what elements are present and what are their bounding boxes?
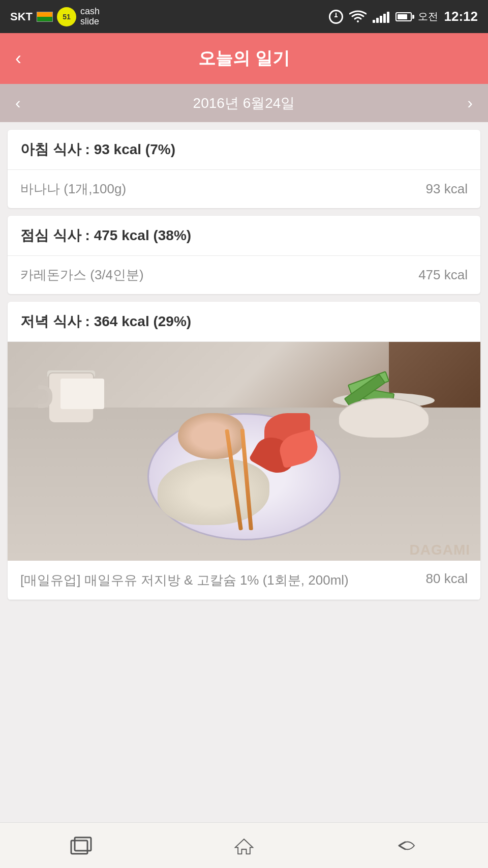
plate-meat [178,413,244,459]
bowl-base [338,398,430,439]
vegetable-bowl [333,357,435,439]
lunch-item-curry[interactable]: 카레돈가스 (3/4인분) 475 kcal [8,256,480,294]
dinner-item-milk[interactable]: [매일유업] 매일우유 저지방 & 고칼슘 1% (1회분, 200ml) 80… [8,561,480,600]
page-title: 오늘의 일기 [198,47,289,70]
dinner-header: 저녁 식사 : 364 kcal (29%) [8,302,480,342]
battery-icon [395,12,412,21]
ampm-label: 오전 [418,10,438,23]
app-name-label: cashslide [80,7,100,27]
lunch-card: 점심 식사 : 475 kcal (38%) 카레돈가스 (3/4인분) 475… [8,216,480,294]
home-button[interactable] [231,835,257,856]
date-navigation: ‹ 2016년 6월24일 › [0,84,488,122]
mug-body [48,372,94,423]
mug [38,372,104,433]
app-number-icon: 51 [57,7,76,26]
svg-rect-0 [71,841,87,854]
content-area: 아침 식사 : 93 kcal (7%) 바나나 (1개,100g) 93 kc… [0,122,488,666]
lunch-item-kcal: 475 kcal [418,267,468,283]
back-nav-button[interactable] [394,835,419,856]
recent-apps-button[interactable] [69,835,94,856]
food-scene: DAGAMI [8,342,480,561]
lunch-header: 점심 식사 : 475 kcal (38%) [8,216,480,256]
breakfast-header: 아침 식사 : 93 kcal (7%) [8,130,480,170]
status-right: 오전 12:12 [329,9,478,24]
header: ‹ 오늘의 일기 [0,33,488,84]
wifi-icon [349,10,367,23]
next-date-button[interactable]: › [467,94,473,112]
current-date-label: 2016년 6월24일 [193,94,295,113]
breakfast-item-name: 바나나 (1개,100g) [20,180,126,198]
watermark-label: DAGAMI [409,542,470,558]
breakfast-item-banana[interactable]: 바나나 (1개,100g) 93 kcal [8,170,480,208]
signal-icon [373,11,389,23]
svg-rect-1 [75,837,91,851]
plate-rice [158,459,269,525]
breakfast-card: 아침 식사 : 93 kcal (7%) 바나나 (1개,100g) 93 kc… [8,130,480,208]
status-left: SKT 51 cashslide [10,7,100,27]
flag-icon [37,12,53,22]
home-icon [231,835,257,856]
tabs-icon [69,835,94,856]
time-label: 12:12 [444,9,478,24]
bottom-navigation [0,822,488,868]
carrier-label: SKT [10,10,33,23]
back-button[interactable]: ‹ [15,48,21,69]
mug-liquid [60,379,104,409]
back-icon [394,835,419,856]
dinner-item-name: [매일유업] 매일우유 저지방 & 고칼슘 1% (1회분, 200ml) [20,571,349,589]
lunch-item-name: 카레돈가스 (3/4인분) [20,266,144,284]
plate-tomato [254,413,325,484]
main-plate [147,398,341,540]
prev-date-button[interactable]: ‹ [15,94,21,112]
dinner-item-kcal: 80 kcal [426,571,468,587]
dinner-card: 저녁 식사 : 364 kcal (29%) [8,302,480,600]
breakfast-item-kcal: 93 kcal [426,181,468,197]
dinner-photo: DAGAMI [8,342,480,561]
clock-icon [329,10,343,24]
status-bar: SKT 51 cashslide 오전 12:12 [0,0,488,33]
